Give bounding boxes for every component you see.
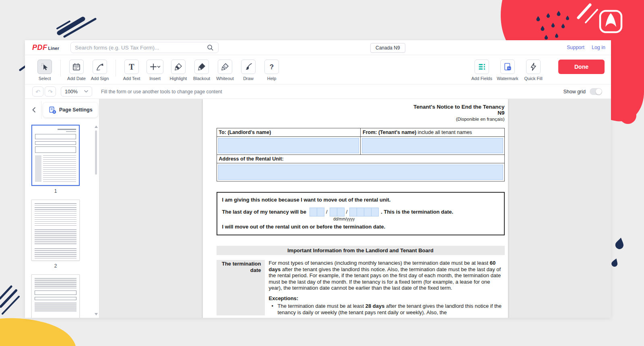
watermark-document-icon xyxy=(503,62,512,72)
important-info-header: Important Information from the Landlord … xyxy=(217,246,505,255)
logo-text-liner: Liner xyxy=(48,46,60,51)
zoom-value: 100% xyxy=(65,89,78,95)
draw-button[interactable]: Draw xyxy=(237,60,260,81)
tool-label: Insert xyxy=(149,76,161,81)
help-button[interactable]: ? Help xyxy=(260,60,283,81)
date-year-cell[interactable] xyxy=(349,208,357,216)
date-day-cell[interactable] xyxy=(310,208,317,216)
question-mark-icon: ? xyxy=(270,64,274,70)
search-input[interactable] xyxy=(75,45,206,51)
termination-date-field[interactable]: / / dd/mm/yyyy xyxy=(310,208,378,221)
page-settings-button[interactable]: Page Settings xyxy=(43,103,98,117)
undo-icon: ↶ xyxy=(35,89,40,95)
tool-label: Blackout xyxy=(193,76,210,81)
pages-sidebar: Page Settings 1 xyxy=(25,99,99,318)
rental-address-field[interactable] xyxy=(218,165,503,180)
page-settings-label: Page Settings xyxy=(59,107,93,113)
from-tenant-header: From: (Tenant's name) include all tenant… xyxy=(361,128,505,137)
form-number: N9 xyxy=(217,110,505,116)
page-thumbnail-3[interactable] xyxy=(31,274,80,318)
to-landlord-header: To: (Landlord's name) xyxy=(217,128,361,137)
page-thumbnail-2[interactable] xyxy=(31,200,80,261)
ink-drops-decoration xyxy=(537,11,569,39)
search-icon[interactable] xyxy=(206,43,214,51)
redo-button[interactable]: ↷ xyxy=(45,86,56,97)
date-separator: / xyxy=(344,208,350,216)
thumbnail-preview xyxy=(32,126,79,185)
thumbnail-preview xyxy=(32,275,79,315)
panel-divider xyxy=(41,101,41,119)
paintbrush-icon xyxy=(244,62,253,72)
collapse-sidebar-button[interactable] xyxy=(29,105,39,115)
scrollbar-thumb[interactable] xyxy=(95,130,97,175)
scroll-down-arrow[interactable] xyxy=(95,313,98,315)
blackout-marker-icon xyxy=(197,62,206,72)
scroll-up-arrow[interactable] xyxy=(95,126,98,128)
notice-line2-post: . This is the termination date. xyxy=(381,208,453,216)
notice-statement-box: I am giving this notice because I want t… xyxy=(217,192,505,235)
chevron-down-icon xyxy=(84,90,88,93)
support-link[interactable]: Support xyxy=(567,45,584,50)
exception-bullet-text: The termination date must be at least 28… xyxy=(278,303,505,315)
plus-chevron-icon xyxy=(149,62,161,72)
tool-label: Quick Fill xyxy=(524,76,542,81)
date-format-hint: dd/mm/yyyy xyxy=(310,217,378,221)
select-cursor-icon xyxy=(40,62,50,72)
date-month-cell[interactable] xyxy=(337,208,345,216)
show-grid-label: Show grid xyxy=(563,89,586,95)
add-date-button[interactable]: Add Date xyxy=(65,60,88,81)
done-button[interactable]: Done xyxy=(558,60,605,74)
add-sign-button[interactable]: Add Sign xyxy=(88,60,111,81)
date-year-cell[interactable] xyxy=(357,208,364,216)
main-toolbar: Select Add Date Add xyxy=(25,55,611,84)
date-year-cell[interactable] xyxy=(371,208,379,216)
tool-label: Help xyxy=(267,76,277,81)
search-form[interactable] xyxy=(70,42,219,53)
watermark-button[interactable]: Watermark xyxy=(495,60,520,81)
select-tool-button[interactable]: Select xyxy=(33,60,56,81)
toolbar-right-group: Add Fields Watermark Qui xyxy=(469,60,608,81)
notice-line3: I will move out of the rental unit on or… xyxy=(222,224,499,230)
quick-fill-button[interactable]: Quick Fill xyxy=(520,60,546,81)
tool-label: Add Fields xyxy=(471,76,492,81)
termination-paragraph: For most types of tenancies (including m… xyxy=(269,260,505,291)
page-thumbnail-1[interactable] xyxy=(31,125,80,186)
login-link[interactable]: Log in xyxy=(592,45,605,50)
add-text-button[interactable]: T Add Text xyxy=(120,60,143,81)
toolbar-hint-text: Fill the form or use another tools to ch… xyxy=(101,89,222,95)
tool-label: Highlight xyxy=(170,76,187,81)
date-separator: / xyxy=(324,208,330,216)
notice-line2-pre: The last day of my tenancy will be xyxy=(222,208,307,216)
add-fields-button[interactable]: Add Fields xyxy=(469,60,495,81)
pdfliner-logo[interactable]: PDF Liner xyxy=(32,43,59,52)
date-month-cell[interactable] xyxy=(330,208,337,216)
calendar-icon xyxy=(72,62,81,72)
show-grid-toggle[interactable] xyxy=(590,88,602,95)
undo-button[interactable]: ↶ xyxy=(32,86,43,97)
landlord-name-field[interactable] xyxy=(218,138,359,153)
date-year-cell[interactable] xyxy=(364,208,372,216)
redo-icon: ↷ xyxy=(48,89,53,95)
toolbar-divider xyxy=(116,60,116,76)
date-day-cell[interactable] xyxy=(317,208,324,216)
pdf-page: Tenant's Notice to End the Tenancy N9 (D… xyxy=(203,99,508,318)
lightning-bolt-icon xyxy=(528,62,538,72)
whiteout-marker-icon xyxy=(220,62,230,72)
chevron-left-icon xyxy=(31,107,36,113)
tool-label: Draw xyxy=(243,76,254,81)
document-name-badge: Canada N9 xyxy=(370,43,405,53)
highlight-button[interactable]: Highlight xyxy=(167,60,190,81)
section-row-body: For most types of tenancies (including m… xyxy=(269,260,505,315)
form-subtitle-french: (Disponible en français) xyxy=(217,116,505,122)
blackout-button[interactable]: Blackout xyxy=(190,60,213,81)
section-row-label: The termination date xyxy=(217,260,265,315)
header-links: Support Log in xyxy=(567,45,605,50)
insert-button[interactable]: Insert xyxy=(143,60,167,81)
zoom-select[interactable]: 100% xyxy=(61,86,92,97)
toolbar-divider xyxy=(60,60,61,76)
tenant-name-field[interactable] xyxy=(362,138,503,153)
whiteout-button[interactable]: Whiteout xyxy=(213,60,237,81)
termination-date-section: The termination date For most types of t… xyxy=(217,260,505,315)
pdfliner-logo-icon xyxy=(600,11,621,32)
sidebar-scrollbar[interactable] xyxy=(94,126,98,315)
